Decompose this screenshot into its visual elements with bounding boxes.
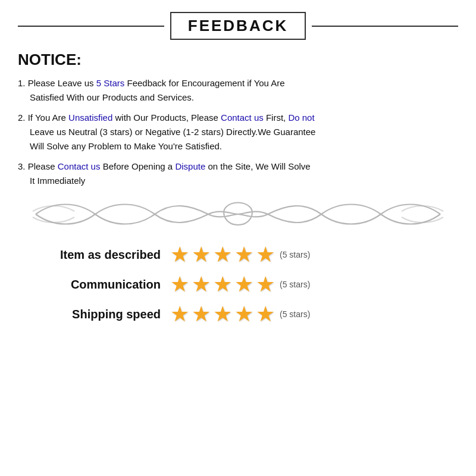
star-2-5: ★ [256, 274, 275, 295]
star-1-5: ★ [256, 244, 275, 265]
star-2-3: ★ [213, 274, 232, 295]
notice-2-text: If You Are [28, 112, 68, 123]
notice-1-text2: Feedback for Encouragement if You Are [127, 78, 284, 88]
notice-item-2: 2. If You Are Unsatisfied with Our Produ… [18, 111, 458, 154]
stars-label-3: (5 stars) [280, 309, 310, 319]
divider-svg [30, 198, 446, 231]
star-3-5: ★ [256, 303, 275, 325]
star-1-2: ★ [192, 244, 211, 265]
rating-row-1: Item as described ★ ★ ★ ★ ★ (5 stars) [30, 244, 458, 265]
notice-2-number: 2. [18, 112, 26, 123]
notice-3-text3: on the Site, We Will Solve [208, 161, 310, 171]
notice-3-highlight2: Dispute [175, 161, 205, 171]
stars-label-1: (5 stars) [280, 250, 310, 259]
notice-item-1: 1. Please Leave us 5 Stars Feedback for … [18, 76, 458, 105]
ratings-section: Item as described ★ ★ ★ ★ ★ (5 stars) Co… [18, 244, 458, 325]
stars-label-2: (5 stars) [280, 280, 310, 289]
star-2-1: ★ [170, 274, 189, 295]
notice-3-highlight1: Contact us [58, 161, 101, 171]
notice-2-highlight1: Unsatisfied [68, 112, 112, 123]
notice-3-number: 3. [18, 161, 26, 171]
notice-2-indent2: Will Solve any Problem to Make You're Sa… [18, 139, 458, 154]
decorative-divider [18, 196, 458, 232]
star-3-4: ★ [234, 303, 253, 325]
notice-item-3: 3. Please Contact us Before Opening a Di… [18, 159, 458, 188]
star-3-1: ★ [170, 303, 189, 325]
star-1-4: ★ [234, 244, 253, 265]
star-2-2: ★ [192, 274, 211, 295]
stars-1: ★ ★ ★ ★ ★ (5 stars) [170, 244, 310, 265]
rating-row-2: Communication ★ ★ ★ ★ ★ (5 stars) [30, 274, 458, 295]
notice-2-highlight3: Do not [288, 112, 314, 123]
notice-2-text3: First, [266, 112, 289, 123]
feedback-title-box: FEEDBACK [170, 12, 306, 40]
rating-label-1: Item as described [30, 248, 161, 262]
notice-3-text: Please [28, 161, 58, 171]
star-1-3: ★ [213, 244, 232, 265]
notice-2-highlight2: Contact us [221, 112, 264, 123]
notice-title: NOTICE: [18, 51, 458, 69]
star-3-3: ★ [213, 303, 232, 325]
rating-row-3: Shipping speed ★ ★ ★ ★ ★ (5 stars) [30, 303, 458, 325]
notice-2-text2: with Our Products, Please [115, 112, 221, 123]
stars-2: ★ ★ ★ ★ ★ (5 stars) [170, 274, 310, 295]
notice-list: 1. Please Leave us 5 Stars Feedback for … [18, 76, 458, 188]
star-2-4: ★ [234, 274, 253, 295]
stars-3: ★ ★ ★ ★ ★ (5 stars) [170, 303, 310, 325]
notice-1-highlight1: 5 Stars [96, 78, 125, 88]
notice-1-number: 1. [18, 78, 26, 88]
rating-label-2: Communication [30, 278, 161, 292]
feedback-title: FEEDBACK [188, 17, 288, 35]
notice-3-text2: Before Opening a [103, 161, 176, 171]
rating-label-3: Shipping speed [30, 308, 161, 321]
notice-1-text: Please Leave us [28, 78, 96, 88]
notice-1-indent: Satisfied With our Products and Services… [18, 90, 458, 105]
star-1-1: ★ [170, 244, 189, 265]
feedback-header: FEEDBACK [18, 12, 458, 40]
star-3-2: ★ [192, 303, 211, 325]
notice-2-indent: Leave us Neutral (3 stars) or Negative (… [18, 125, 458, 139]
notice-3-indent: It Immediately [18, 174, 458, 188]
